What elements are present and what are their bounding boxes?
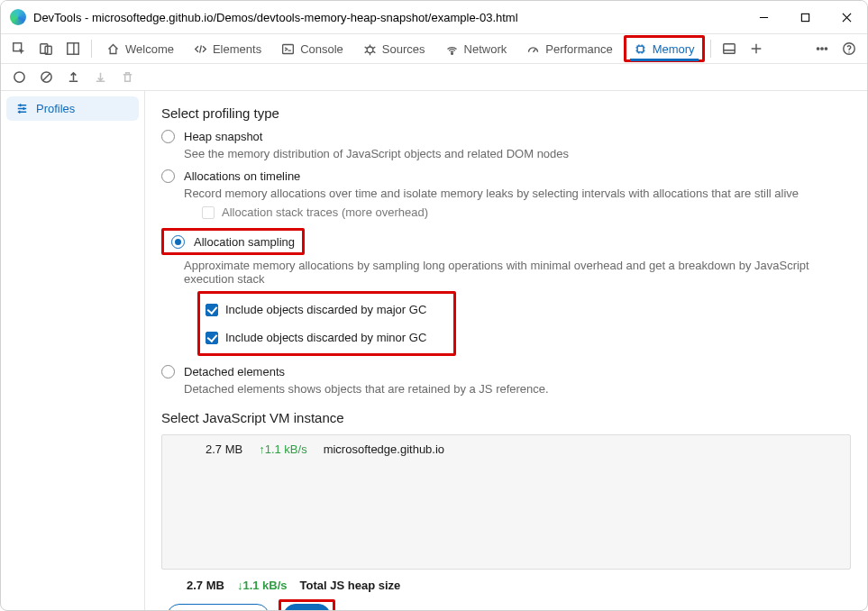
bug-icon (363, 42, 377, 56)
divider (710, 40, 711, 58)
tab-console[interactable]: Console (272, 36, 352, 61)
tab-performance[interactable]: Performance (517, 36, 621, 61)
svg-rect-13 (637, 46, 644, 52)
window-controls (743, 1, 867, 33)
window-close-button[interactable] (826, 1, 867, 33)
svg-point-22 (848, 51, 849, 52)
divider (91, 40, 92, 58)
window-titlebar: DevTools - microsoftedge.github.io/Demos… (1, 1, 867, 33)
svg-rect-14 (723, 44, 734, 54)
tab-label: Sources (382, 42, 425, 56)
svg-line-25 (42, 74, 50, 81)
sub-option-major-gc[interactable]: Include objects discarded by major GC (206, 303, 426, 316)
sidebar-item-profiles[interactable]: Profiles (6, 96, 139, 121)
sub-option-label: Include objects discarded by minor GC (225, 331, 426, 344)
home-icon (106, 42, 120, 56)
radio-detached-elements[interactable] (161, 365, 175, 378)
tab-label: Memory (653, 42, 695, 56)
console-icon (281, 42, 295, 56)
highlight-box: Start (279, 599, 335, 611)
tab-label: Console (300, 42, 343, 56)
clear-button[interactable] (33, 65, 59, 90)
tab-label: Performance (545, 42, 612, 56)
sub-option-minor-gc[interactable]: Include objects discarded by minor GC (206, 331, 426, 344)
sliders-icon (15, 102, 29, 115)
vm-size: 2.7 MB (206, 442, 242, 456)
svg-rect-1 (801, 14, 809, 21)
add-tab-icon[interactable] (744, 36, 769, 61)
wifi-icon (445, 42, 459, 56)
profiling-type-heading: Select profiling type (161, 105, 851, 121)
svg-rect-7 (68, 43, 78, 54)
sub-option-stack-traces: Allocation stack traces (more overhead) (202, 205, 851, 219)
total-size: 2.7 MB (187, 579, 224, 592)
option-title: Allocations on timeline (184, 169, 300, 183)
svg-point-19 (821, 48, 823, 50)
option-title: Heap snapshot (184, 130, 262, 143)
option-desc: Approximate memory allocations by sampli… (184, 259, 851, 286)
download-icon[interactable] (87, 65, 113, 90)
load-profile-button[interactable]: Load profile (167, 604, 270, 611)
tab-label: Network (464, 42, 507, 56)
option-desc: See the memory distribution of JavaScrip… (184, 147, 851, 160)
option-title: Allocation sampling (194, 235, 295, 249)
footer-buttons: Load profile Start (167, 599, 851, 611)
edge-logo-icon (10, 9, 26, 25)
inspect-element-icon[interactable] (6, 36, 32, 61)
code-icon (194, 42, 207, 56)
more-options-icon[interactable] (809, 36, 835, 61)
option-allocation-sampling[interactable]: Allocation sampling Approximate memory a… (161, 228, 851, 356)
memory-sidebar: Profiles (1, 91, 145, 611)
svg-rect-5 (41, 44, 48, 54)
vm-rate: ↑1.1 kB/s (259, 442, 306, 456)
option-detached-elements[interactable]: Detached elements Detached elements show… (161, 365, 851, 396)
radio-heap-snapshot[interactable] (161, 130, 175, 143)
radio-allocation-sampling[interactable] (171, 235, 185, 249)
vm-instance-list[interactable]: 2.7 MB ↑1.1 kB/s microsoftedge.github.io (161, 434, 851, 570)
window-maximize-button[interactable] (784, 1, 826, 33)
device-emulation-icon[interactable] (33, 36, 59, 61)
vm-host: microsoftedge.github.io (324, 442, 444, 456)
vm-instance-heading: Select JavaScript VM instance (161, 410, 851, 425)
window-title: DevTools - microsoftedge.github.io/Demos… (33, 11, 743, 24)
checkbox-major-gc[interactable] (206, 304, 218, 316)
tab-sources[interactable]: Sources (354, 36, 434, 61)
main-area: Profiles Select profiling type Heap snap… (1, 91, 867, 611)
svg-line-12 (534, 49, 536, 51)
total-label: Total JS heap size (300, 579, 401, 592)
checkbox-minor-gc[interactable] (206, 332, 218, 344)
tab-elements[interactable]: Elements (185, 36, 270, 61)
help-icon[interactable] (836, 36, 862, 61)
upload-icon[interactable] (60, 65, 86, 90)
memory-content: Select profiling type Heap snapshot See … (145, 91, 867, 611)
sidebar-label: Profiles (36, 102, 75, 115)
drawer-toggle-icon[interactable] (717, 36, 742, 61)
record-button[interactable] (6, 65, 32, 90)
checkbox-stack-traces (202, 206, 215, 219)
tab-welcome[interactable]: Welcome (97, 36, 183, 61)
svg-point-20 (825, 48, 827, 50)
tab-label: Elements (213, 42, 261, 56)
tab-memory[interactable]: Memory (624, 35, 705, 62)
delete-icon[interactable] (114, 65, 140, 90)
dock-side-icon[interactable] (60, 36, 86, 61)
svg-point-11 (451, 52, 452, 54)
tab-network[interactable]: Network (436, 36, 516, 61)
vm-instance-row[interactable]: 2.7 MB ↑1.1 kB/s microsoftedge.github.io (206, 442, 444, 456)
option-desc: Record memory allocations over time and … (184, 187, 851, 200)
svg-point-18 (817, 48, 818, 50)
option-heap-snapshot[interactable]: Heap snapshot See the memory distributio… (161, 130, 851, 160)
memory-toolbar (1, 64, 867, 91)
option-desc: Detached elements shows objects that are… (184, 382, 851, 396)
svg-point-10 (367, 47, 373, 53)
total-rate: ↓1.1 kB/s (237, 579, 288, 592)
start-button[interactable]: Start (283, 604, 331, 611)
window-minimize-button[interactable] (743, 1, 784, 33)
option-allocations-timeline[interactable]: Allocations on timeline Record memory al… (161, 169, 851, 219)
radio-allocations-timeline[interactable] (161, 169, 175, 183)
devtools-tabstrip: Welcome Elements Console Sources Network… (1, 33, 867, 64)
footer-stats: 2.7 MB ↓1.1 kB/s Total JS heap size (187, 579, 851, 592)
chip-icon (634, 42, 647, 56)
svg-point-23 (14, 72, 23, 82)
highlight-box: Include objects discarded by major GC In… (197, 291, 456, 356)
